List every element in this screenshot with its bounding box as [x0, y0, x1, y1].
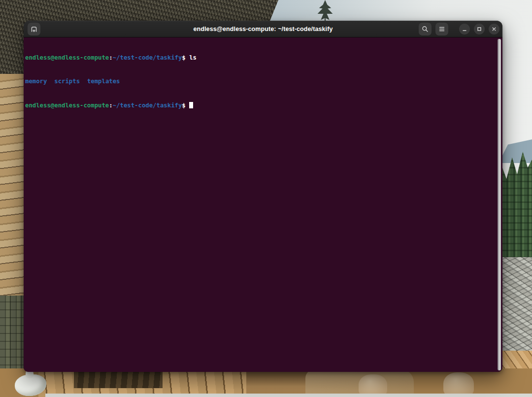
maximize-button[interactable] — [474, 24, 485, 34]
menu-button[interactable] — [435, 23, 448, 35]
separator — [80, 78, 87, 85]
directory-name: scripts — [54, 78, 80, 85]
terminal-line-prompt: endless@endless-compute:~/test-code/task… — [25, 101, 502, 110]
maximize-icon — [476, 26, 483, 33]
new-tab-icon — [30, 25, 38, 33]
prompt-symbol: $ — [182, 54, 189, 61]
minimize-icon — [461, 26, 468, 33]
close-button[interactable] — [489, 24, 499, 34]
terminal-cursor — [189, 102, 193, 108]
wallpaper-bottom-edge — [45, 394, 532, 397]
directory-name: templates — [87, 78, 120, 85]
prompt-colon: : — [109, 54, 112, 61]
prompt-user-host: endless@endless-compute — [25, 102, 109, 109]
minimize-button[interactable] — [459, 24, 470, 34]
separator — [47, 78, 54, 85]
menu-icon — [438, 25, 446, 33]
search-button[interactable] — [419, 23, 432, 35]
prompt-colon: : — [109, 102, 112, 109]
scrollbar[interactable] — [498, 39, 501, 370]
terminal-window: endless@endless-compute: ~/test-code/tas… — [24, 21, 502, 372]
search-icon — [421, 25, 429, 33]
directory-name: memory — [25, 78, 47, 85]
wallpaper-wood-planks — [0, 74, 26, 325]
prompt-user-host: endless@endless-compute — [25, 54, 109, 61]
desktop: endless@endless-compute: ~/test-code/tas… — [0, 0, 532, 397]
prompt-path: ~/test-code/taskify — [113, 102, 182, 109]
terminal-line-output: memory scripts templates — [25, 78, 502, 86]
terminal-line-prompt: endless@endless-compute:~/test-code/task… — [25, 54, 502, 62]
prompt-path: ~/test-code/taskify — [113, 54, 182, 61]
terminal-content[interactable]: endless@endless-compute:~/test-code/task… — [24, 37, 502, 372]
close-icon — [491, 26, 498, 33]
prompt-symbol: $ — [182, 102, 189, 109]
titlebar[interactable]: endless@endless-compute: ~/test-code/tas… — [24, 21, 502, 37]
titlebar-controls — [419, 23, 499, 35]
new-tab-button[interactable] — [28, 23, 40, 35]
command-text: ls — [189, 54, 197, 61]
